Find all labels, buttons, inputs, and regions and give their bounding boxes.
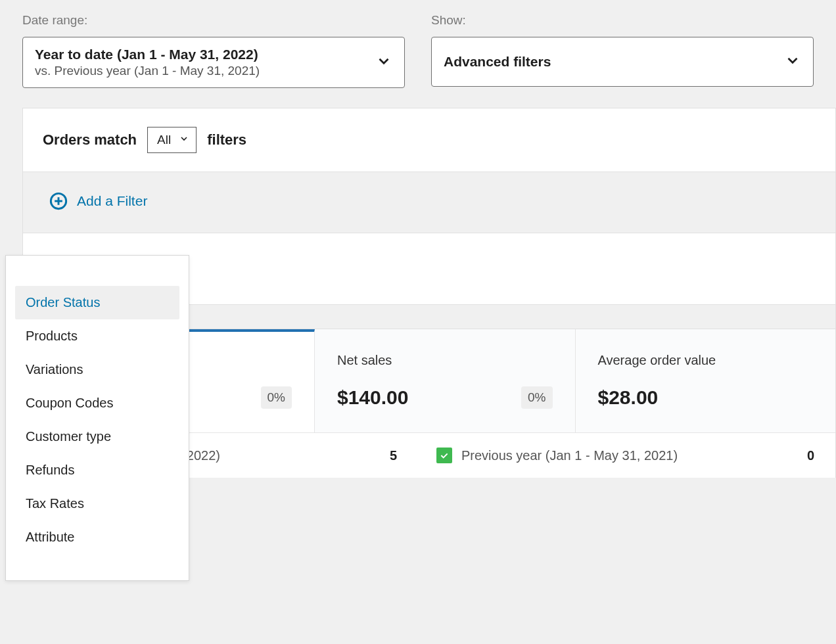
date-range-dropdown[interactable]: Year to date (Jan 1 - May 31, 2022) vs. … <box>22 37 405 88</box>
stat-card-avg-order[interactable]: Average order value $28.00 <box>576 329 836 432</box>
add-filter-label: Add a Filter <box>77 193 147 209</box>
date-range-primary: Year to date (Jan 1 - May 31, 2022) <box>35 47 375 62</box>
orders-match-suffix: filters <box>207 131 246 149</box>
summary-range-previous: Previous year (Jan 1 - May 31, 2021) <box>461 448 807 463</box>
check-icon[interactable] <box>436 448 452 463</box>
filter-menu-item-customer-type[interactable]: Customer type <box>15 420 179 453</box>
orders-match-prefix: Orders match <box>43 131 137 149</box>
filter-menu-item-coupon-codes[interactable]: Coupon Codes <box>15 386 179 420</box>
filter-type-menu: Order Status Products Variations Coupon … <box>5 255 189 581</box>
summary-value-current: 5 <box>390 448 397 463</box>
orders-match-select[interactable]: All <box>147 127 197 153</box>
show-dropdown[interactable]: Advanced filters <box>431 37 814 87</box>
plus-circle-icon <box>49 192 68 210</box>
stat-pct-badge: 0% <box>261 386 292 409</box>
show-value: Advanced filters <box>444 54 784 70</box>
orders-match-bar: Orders match All filters <box>23 108 835 172</box>
stat-card-net-sales[interactable]: Net sales $140.00 0% <box>315 329 576 432</box>
filter-menu-item-refunds[interactable]: Refunds <box>15 453 179 487</box>
stat-pct-badge: 0% <box>521 386 552 409</box>
chevron-down-icon <box>784 52 801 72</box>
chevron-down-icon <box>179 133 189 147</box>
add-filter-button[interactable]: Add a Filter <box>49 192 147 210</box>
chevron-down-icon <box>375 53 392 72</box>
filter-menu-item-tax-rates[interactable]: Tax Rates <box>15 487 179 520</box>
stat-title: Average order value <box>598 353 814 368</box>
stat-value: $28.00 <box>598 386 814 409</box>
filter-menu-item-products[interactable]: Products <box>15 319 179 353</box>
date-range-comparison: vs. Previous year (Jan 1 - May 31, 2021) <box>35 64 375 78</box>
filter-menu-item-variations[interactable]: Variations <box>15 353 179 386</box>
date-range-label: Date range: <box>22 13 405 28</box>
show-label: Show: <box>431 13 814 28</box>
filter-menu-item-attribute[interactable]: Attribute <box>15 520 179 554</box>
filter-menu-item-order-status[interactable]: Order Status <box>15 286 179 319</box>
stat-value: $140.00 <box>337 386 553 409</box>
summary-value-previous: 0 <box>807 448 814 463</box>
stat-title: Net sales <box>337 353 553 368</box>
orders-match-value: All <box>157 133 171 147</box>
